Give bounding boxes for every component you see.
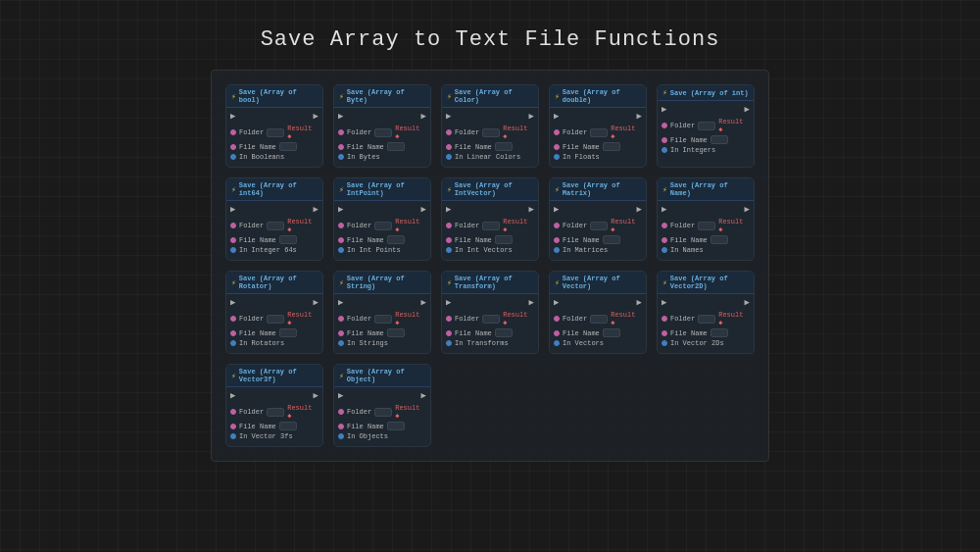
filename-value-int64[interactable] (279, 235, 297, 244)
node-name[interactable]: ⚡ Save (Array of Name) ▶ ▶ Folder Result… (657, 177, 755, 261)
folder-value-vector[interactable] (590, 315, 608, 324)
folder-label-intpoint: Folder (347, 222, 371, 229)
exec-in-vector2d: ▶ (662, 297, 666, 308)
param-pin-dot-vector (554, 340, 560, 346)
node-body-vector2d: ▶ ▶ Folder Result ◆ File Name In Vector … (658, 294, 754, 353)
node-string[interactable]: ⚡ Save (Array of String) ▶ ▶ Folder Resu… (333, 271, 431, 354)
folder-value-vector2d[interactable] (698, 315, 715, 324)
folder-value-object[interactable] (374, 408, 392, 417)
filename-pin-dot-rotator (230, 330, 236, 336)
exec-out-vector3f: ▶ (314, 390, 318, 401)
exec-row-int64: ▶ ▶ (230, 204, 318, 215)
node-int[interactable]: ⚡ Save (Array of int) ▶ ▶ Folder Result … (657, 84, 755, 168)
node-object[interactable]: ⚡ Save (Array of Object) ▶ ▶ Folder Resu… (333, 364, 431, 447)
node-matrix[interactable]: ⚡ Save (Array of Matrix) ▶ ▶ Folder Resu… (549, 177, 647, 261)
filename-value-transform[interactable] (495, 328, 513, 337)
folder-pin-dot-string (338, 316, 344, 322)
node-transform[interactable]: ⚡ Save (Array of Transform) ▶ ▶ Folder R… (441, 271, 539, 354)
filename-value-object[interactable] (387, 422, 405, 430)
filename-value-string[interactable] (387, 328, 405, 337)
node-vector2d[interactable]: ⚡ Save (Array of Vector2D) ▶ ▶ Folder Re… (657, 271, 755, 354)
filename-value-vector[interactable] (603, 328, 620, 337)
folder-value-color[interactable] (482, 128, 500, 137)
node-bool[interactable]: ⚡ Save (Array of bool) ▶ ▶ Folder Result… (225, 84, 323, 168)
exec-out-color: ▶ (529, 111, 534, 122)
folder-label-int64: Folder (239, 222, 264, 229)
folder-value-intpoint[interactable] (374, 222, 392, 230)
filename-row-vector3f: File Name (230, 422, 318, 430)
node-title-matrix: Save (Array of Matrix) (563, 181, 641, 197)
folder-value-double[interactable] (590, 128, 608, 137)
exec-row-transform: ▶ ▶ (446, 297, 534, 308)
filename-value-name[interactable] (710, 235, 728, 244)
param-row-vector2d: In Vector 2Ds (662, 339, 750, 347)
folder-label-double: Folder (563, 128, 587, 136)
folder-value-vector3f[interactable] (267, 408, 284, 417)
param-pin-dot-color (446, 154, 452, 160)
result-label-string: Result ◆ (395, 311, 426, 326)
filename-value-int[interactable] (710, 135, 728, 144)
filename-value-byte[interactable] (387, 142, 405, 151)
folder-value-int64[interactable] (267, 222, 284, 230)
folder-value-transform[interactable] (482, 315, 500, 324)
filename-value-bool[interactable] (279, 142, 297, 151)
filename-row-object: File Name (338, 422, 426, 430)
folder-value-matrix[interactable] (590, 222, 608, 230)
folder-value-byte[interactable] (374, 128, 392, 137)
filename-row-int64: File Name (230, 235, 318, 244)
lightning-icon: ⚡ (662, 185, 667, 194)
filename-pin-dot-int64 (230, 237, 236, 243)
result-label-rotator: Result ◆ (287, 311, 318, 326)
filename-value-double[interactable] (603, 142, 620, 151)
node-body-color: ▶ ▶ Folder Result ◆ File Name In Linear … (442, 108, 538, 167)
filename-value-matrix[interactable] (603, 235, 620, 244)
filename-value-rotator[interactable] (279, 328, 297, 337)
node-title-string: Save (Array of String) (347, 275, 425, 290)
node-body-int: ▶ ▶ Folder Result ◆ File Name In Integer… (658, 101, 754, 160)
folder-label-name: Folder (670, 222, 695, 229)
filename-value-intvector[interactable] (495, 235, 513, 244)
node-intvector[interactable]: ⚡ Save (Array of IntVector) ▶ ▶ Folder R… (441, 177, 539, 261)
node-int64[interactable]: ⚡ Save (Array of int64) ▶ ▶ Folder Resul… (225, 177, 323, 261)
filename-value-vector3f[interactable] (279, 422, 297, 430)
folder-value-name[interactable] (698, 222, 715, 230)
node-double[interactable]: ⚡ Save (Array of double) ▶ ▶ Folder Resu… (549, 84, 647, 168)
folder-pin-dot-color (446, 129, 452, 135)
node-header-color: ⚡ Save (Array of Color) (442, 85, 538, 108)
node-color[interactable]: ⚡ Save (Array of Color) ▶ ▶ Folder Resul… (441, 84, 539, 168)
filename-pin-dot-bool (230, 144, 236, 150)
param-row-intvector: In Int Vectors (446, 246, 534, 254)
filename-value-color[interactable] (495, 142, 513, 151)
folder-value-bool[interactable] (267, 128, 284, 137)
folder-value-rotator[interactable] (267, 315, 284, 324)
param-row-int: In Integers (662, 146, 750, 154)
exec-out-int: ▶ (745, 104, 750, 115)
folder-value-intvector[interactable] (482, 222, 500, 230)
folder-label-color: Folder (455, 128, 479, 136)
node-vector[interactable]: ⚡ Save (Array of Vector) ▶ ▶ Folder Resu… (549, 271, 647, 354)
node-byte[interactable]: ⚡ Save (Array of Byte) ▶ ▶ Folder Result… (333, 84, 431, 168)
exec-row-intvector: ▶ ▶ (446, 204, 534, 215)
node-title-int: Save (Array of int) (670, 89, 749, 97)
param-label-name: In Names (670, 246, 704, 254)
filename-value-intpoint[interactable] (387, 235, 405, 244)
param-row-string: In Strings (338, 339, 426, 347)
folder-pin-dot-object (338, 409, 344, 415)
exec-in-bool: ▶ (230, 111, 235, 122)
node-body-bool: ▶ ▶ Folder Result ◆ File Name In Boolean… (226, 108, 322, 167)
node-title-vector: Save (Array of Vector) (563, 275, 641, 290)
filename-value-vector2d[interactable] (710, 328, 728, 337)
node-intpoint[interactable]: ⚡ Save (Array of IntPoint) ▶ ▶ Folder Re… (333, 177, 431, 261)
param-label-byte: In Bytes (347, 153, 380, 161)
exec-row-bool: ▶ ▶ (230, 111, 318, 122)
exec-in-double: ▶ (554, 111, 559, 122)
folder-label-vector2d: Folder (670, 315, 695, 323)
folder-row-intpoint: Folder Result ◆ (338, 218, 426, 233)
node-vector3f[interactable]: ⚡ Save (Array of Vector3f) ▶ ▶ Folder Re… (225, 364, 323, 447)
exec-out-rotator: ▶ (314, 297, 318, 308)
folder-value-int[interactable] (698, 122, 715, 130)
exec-out-vector2d: ▶ (745, 297, 750, 308)
folder-value-string[interactable] (374, 315, 392, 324)
node-rotator[interactable]: ⚡ Save (Array of Rotator) ▶ ▶ Folder Res… (225, 271, 323, 354)
filename-row-name: File Name (662, 235, 750, 244)
